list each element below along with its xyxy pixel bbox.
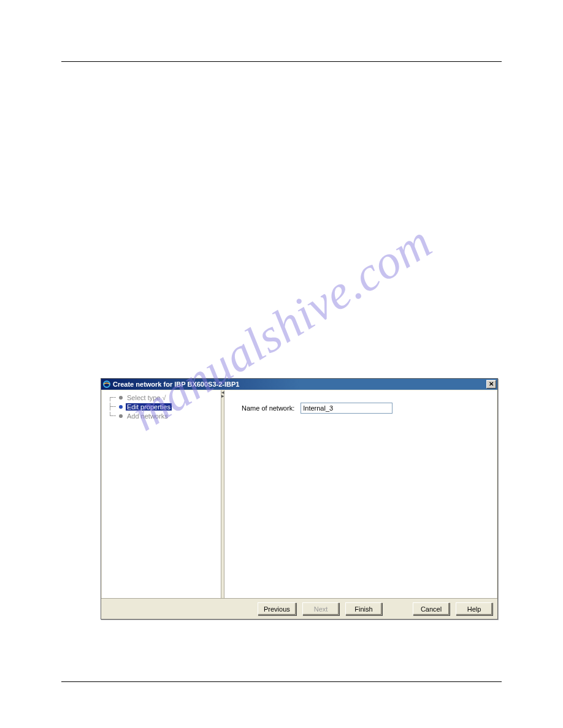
dialog-content: ┌╌ Select type √ ├╌ Edit properties └╌ A… [102,390,497,598]
network-name-label: Name of network: [242,404,294,412]
bullet-icon [119,414,123,418]
network-name-row: Name of network: [242,403,497,414]
page-top-rule [61,61,502,62]
previous-button[interactable]: Previous [258,602,296,615]
tree-item-label: Edit properties [126,403,172,411]
tree-item-add-networks[interactable]: └╌ Add networks [104,411,221,420]
tree-connector-icon: ├╌ [108,403,119,411]
tree-item-label: Select type √ [126,394,167,401]
tree-connector-icon: └╌ [108,412,119,420]
splitter[interactable]: ◂▸ [221,390,224,598]
tree-item-label: Add networks [126,412,169,420]
close-button[interactable]: ✕ [486,380,496,389]
help-button[interactable]: Help [456,602,492,615]
svg-point-0 [104,381,110,387]
titlebar: Create network for IBP BX600S3-2-IBP1 ✕ [101,379,497,390]
tree-item-edit-properties[interactable]: ├╌ Edit properties [104,402,221,411]
close-icon: ✕ [489,381,494,387]
tree-item-select-type[interactable]: ┌╌ Select type √ [104,393,221,402]
finish-button[interactable]: Finish [345,602,382,615]
cancel-button[interactable]: Cancel [413,602,450,615]
tree-connector-icon: ┌╌ [108,393,119,401]
page-bottom-rule [61,681,502,682]
form-pane: Name of network: [224,390,497,598]
bullet-icon [119,396,123,400]
splitter-grip-icon: ◂▸ [220,390,226,400]
wizard-steps-tree: ┌╌ Select type √ ├╌ Edit properties └╌ A… [102,390,221,598]
ie-icon [102,380,111,389]
button-bar: Previous Next Finish Cancel Help [101,598,497,619]
bullet-icon [119,405,123,409]
next-button: Next [302,602,339,615]
network-name-input[interactable] [301,403,393,414]
dialog-title: Create network for IBP BX600S3-2-IBP1 [113,381,486,388]
create-network-dialog: Create network for IBP BX600S3-2-IBP1 ✕ … [101,378,498,620]
